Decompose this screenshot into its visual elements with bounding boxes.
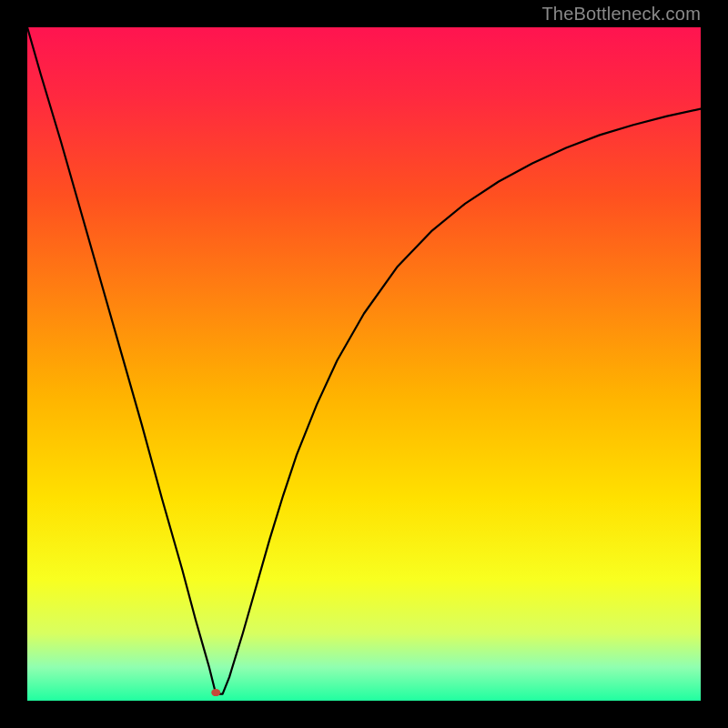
svg-point-1 [211,689,220,696]
chart-frame: TheBottleneck.com [0,0,728,728]
watermark-text: TheBottleneck.com [541,4,701,25]
plot-area [27,27,701,701]
minimum-marker [27,27,701,701]
